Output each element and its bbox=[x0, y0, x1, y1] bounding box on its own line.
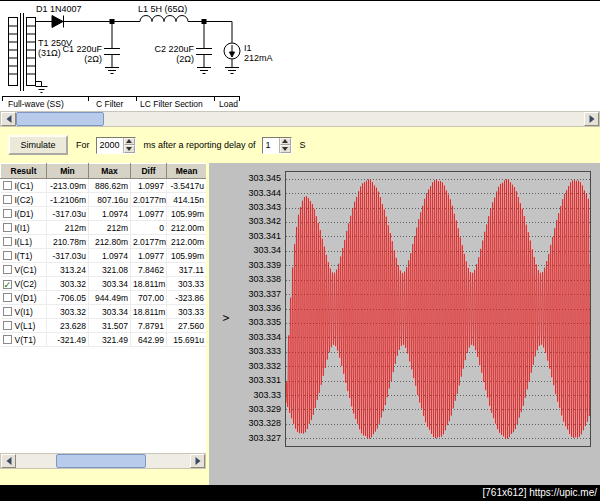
y-tick-labels: 303.345303.344303.343303.342303.341303.3… bbox=[233, 163, 281, 463]
result-row[interactable]: V(C1)313.24321.087.8462317.11 bbox=[1, 263, 207, 277]
result-min: 23.628 bbox=[47, 319, 89, 333]
result-checkbox[interactable] bbox=[3, 293, 12, 302]
result-checkbox[interactable] bbox=[3, 223, 12, 232]
y-tick-label: 303.331 bbox=[233, 375, 281, 385]
result-name: V(T1) bbox=[15, 335, 36, 345]
result-checkbox[interactable] bbox=[3, 195, 12, 204]
delay-spin-down-button[interactable] bbox=[280, 145, 291, 153]
result-row[interactable]: I(C2)-1.2106m807.16u2.0177m414.15n bbox=[1, 193, 207, 207]
column-header-mean[interactable]: Mean bbox=[167, 164, 207, 179]
delay-spin-up-button[interactable] bbox=[280, 138, 291, 146]
scroll-left-icon bbox=[6, 115, 11, 123]
inductor-l1-symbol[interactable] bbox=[114, 16, 202, 22]
result-row[interactable]: V(I1)303.32303.3418.811m303.33 bbox=[1, 305, 207, 319]
seconds-label: S bbox=[300, 140, 306, 150]
result-row[interactable]: I(C1)-213.09m886.62m1.0997-3.5417u bbox=[1, 179, 207, 193]
scroll-right-button[interactable] bbox=[584, 112, 599, 126]
result-name: V(C2) bbox=[15, 279, 37, 289]
reporting-delay-label: ms after a reporting delay of bbox=[144, 140, 256, 150]
load-i1-symbol[interactable] bbox=[206, 22, 240, 74]
result-checkbox[interactable]: ✓ bbox=[3, 280, 12, 289]
result-checkbox[interactable] bbox=[3, 181, 12, 190]
result-checkbox[interactable] bbox=[3, 251, 12, 260]
y-tick-label: 303.338 bbox=[233, 274, 281, 284]
results-hscrollbar[interactable] bbox=[0, 453, 206, 469]
result-checkbox[interactable] bbox=[3, 307, 12, 316]
result-name: V(L1) bbox=[15, 321, 36, 331]
result-row[interactable]: ✓V(C2)303.32303.3418.811m303.33 bbox=[1, 277, 207, 291]
scroll-left-icon bbox=[6, 457, 11, 465]
label-l1: L1 5H (65Ω) bbox=[138, 4, 187, 14]
result-name: I(C2) bbox=[15, 195, 34, 205]
column-header-min[interactable]: Min bbox=[47, 164, 89, 179]
psu-designer-window: D1 1N4007 T1 250V (31Ω) C1 220uF (2Ω) L1… bbox=[0, 0, 600, 501]
result-mean: 212.00m bbox=[167, 235, 207, 249]
y-tick-label: 303.337 bbox=[233, 289, 281, 299]
result-name: V(D1) bbox=[15, 293, 37, 303]
result-name: V(C1) bbox=[15, 265, 37, 275]
scroll-left-button[interactable] bbox=[1, 454, 16, 468]
y-tick-label: 303.345 bbox=[233, 173, 281, 183]
result-max: 31.507 bbox=[89, 319, 131, 333]
result-checkbox[interactable] bbox=[3, 265, 12, 274]
result-row[interactable]: V(D1)-706.05944.49m707.00-323.86 bbox=[1, 291, 207, 305]
result-name: I(D1) bbox=[15, 209, 34, 219]
result-row[interactable]: V(L1)23.62831.5077.879127.560 bbox=[1, 319, 207, 333]
label-c2-line1: C2 220uF bbox=[154, 44, 194, 54]
scroll-thumb[interactable] bbox=[16, 112, 104, 126]
y-tick-label: 303.327 bbox=[233, 433, 281, 443]
label-d1: D1 1N4007 bbox=[36, 4, 82, 14]
schematic-canvas[interactable]: D1 1N4007 T1 250V (31Ω) C1 220uF (2Ω) L1… bbox=[0, 0, 600, 111]
capacitor-c1-symbol[interactable] bbox=[104, 23, 120, 74]
column-header-diff[interactable]: Diff bbox=[131, 164, 167, 179]
result-checkbox[interactable] bbox=[3, 237, 12, 246]
result-min: -706.05 bbox=[47, 291, 89, 305]
result-mean: 105.99m bbox=[167, 207, 207, 221]
result-mean: 303.33 bbox=[167, 305, 207, 319]
result-min: 303.32 bbox=[47, 277, 89, 291]
schematic-hscrollbar[interactable] bbox=[0, 111, 600, 127]
delay-input[interactable]: 1 bbox=[263, 138, 279, 153]
label-t1-line2: (31Ω) bbox=[38, 48, 61, 58]
label-c1-line2: (2Ω) bbox=[84, 54, 102, 64]
scroll-right-button[interactable] bbox=[190, 454, 205, 468]
duration-spin-up-button[interactable] bbox=[124, 138, 135, 146]
results-table: Result Min Max Diff Mean I(C1)-213.09m88… bbox=[0, 163, 206, 347]
result-row[interactable]: I(D1)-317.03u1.09741.0977105.99m bbox=[1, 207, 207, 221]
scroll-track[interactable] bbox=[16, 112, 584, 126]
scroll-right-icon bbox=[589, 115, 594, 123]
capacitor-c2-symbol[interactable] bbox=[196, 23, 212, 74]
plot-svg bbox=[286, 172, 590, 446]
result-row[interactable]: I(L1)210.78m212.80m2.0177m212.00m bbox=[1, 235, 207, 249]
y-tick-label: 303.33 bbox=[233, 390, 281, 400]
scroll-left-button[interactable] bbox=[1, 112, 16, 126]
section-label-lcfilter: LC Filter Section bbox=[140, 99, 203, 109]
result-checkbox[interactable] bbox=[3, 321, 12, 330]
result-name-cell: V(D1) bbox=[1, 291, 47, 305]
diode-d1-symbol[interactable] bbox=[46, 16, 110, 28]
result-mean: 414.15n bbox=[167, 193, 207, 207]
duration-spin-down-button[interactable] bbox=[124, 145, 135, 153]
result-checkbox[interactable] bbox=[3, 209, 12, 218]
result-row[interactable]: V(T1)-321.49321.49642.9915.691u bbox=[1, 333, 207, 347]
scroll-right-icon bbox=[195, 457, 200, 465]
result-diff: 18.811m bbox=[131, 277, 167, 291]
schematic-svg: D1 1N4007 T1 250V (31Ω) C1 220uF (2Ω) L1… bbox=[0, 1, 600, 111]
result-min: 210.78m bbox=[47, 235, 89, 249]
watermark: [761x612] https://upic.me/ bbox=[0, 485, 600, 501]
result-row[interactable]: I(I1)212m212m0212.00m bbox=[1, 221, 207, 235]
duration-input[interactable]: 2000 bbox=[97, 138, 123, 153]
scroll-thumb[interactable] bbox=[56, 454, 146, 468]
y-tick-label: 303.34 bbox=[233, 245, 281, 255]
result-name-cell: V(I1) bbox=[1, 305, 47, 319]
node-c1 bbox=[110, 20, 114, 24]
result-row[interactable]: I(T1)-317.03u1.09741.0977105.99m bbox=[1, 249, 207, 263]
result-diff: 642.99 bbox=[131, 333, 167, 347]
scroll-track[interactable] bbox=[16, 454, 190, 468]
column-header-max[interactable]: Max bbox=[89, 164, 131, 179]
simulation-controls: Simulate For 2000 ms after a reporting d… bbox=[0, 130, 600, 160]
result-name: I(C1) bbox=[15, 181, 34, 191]
simulate-button[interactable]: Simulate bbox=[8, 135, 68, 155]
result-checkbox[interactable] bbox=[3, 335, 12, 344]
column-header-result[interactable]: Result bbox=[1, 164, 47, 179]
